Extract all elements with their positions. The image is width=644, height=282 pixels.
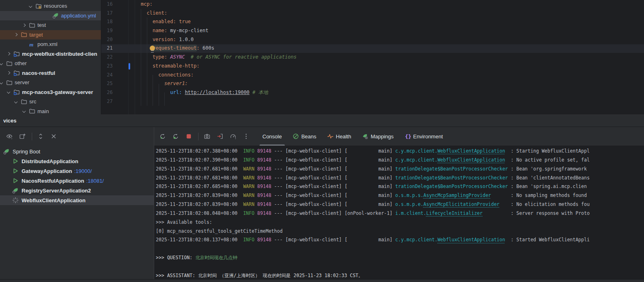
chevron-down-icon[interactable] (14, 100, 17, 103)
code-text: enabled: true (141, 17, 644, 26)
svg-text:m: m (29, 41, 33, 47)
tree-item-other[interactable]: other (0, 59, 101, 68)
service-registryserverapplication2[interactable]: RegistryServerApplication2 (0, 186, 154, 195)
log-line-7: 2025-11-23T18:02:07.839+08:00 WARN 89148… (156, 200, 644, 209)
code-text: url: http://localhost:19000 # 本地 (141, 88, 644, 97)
tree-item-label: test (37, 22, 46, 28)
project-tree-panel[interactable]: resourcesapplication.ymltesttargetmpom.x… (0, 0, 101, 114)
line-number: 20 (101, 35, 141, 44)
services-tool-window-header[interactable]: vices (0, 114, 644, 127)
chevron-down-icon[interactable] (22, 109, 26, 113)
tab-label: Environment (413, 133, 443, 140)
intention-bulb-icon[interactable] (150, 46, 155, 51)
log-line-11: 2025-11-23T18:02:08.137+08:00 INFO 89148… (156, 236, 644, 245)
service-gatewayapplication[interactable]: GatewayApplication:19000/ (0, 166, 154, 176)
chevron-right-icon[interactable] (14, 33, 17, 36)
service-label: WebfluxClientApplication (22, 197, 85, 203)
play-icon (12, 177, 19, 184)
code-text: request-timeout: 600s (141, 44, 644, 53)
expand-icon (37, 133, 44, 140)
chevron-right-icon[interactable] (22, 24, 26, 27)
run-actions (158, 132, 255, 141)
health-icon (327, 133, 334, 140)
tab-label: Console (262, 133, 282, 140)
chevron-down-icon[interactable] (0, 62, 3, 65)
tree-item-nacos-restful[interactable]: nacos-restful (0, 68, 101, 78)
log-line-5: 2025-11-23T18:02:07.685+08:00 WARN 89148… (156, 182, 644, 191)
no-chevron (23, 43, 25, 46)
tree-item-test[interactable]: test (0, 20, 101, 30)
collapse-button[interactable] (49, 132, 58, 141)
log-line-1: 2025-11-23T18:02:07.388+08:00 INFO 89148… (156, 147, 644, 156)
tree-item-application-yml[interactable]: application.yml (0, 11, 101, 21)
tree-item-main[interactable]: main (0, 107, 101, 115)
folder-icon (29, 22, 35, 28)
services-tree[interactable]: Spring BootDistributedApplicationGateway… (0, 146, 154, 205)
tab-console[interactable]: Console (257, 127, 287, 146)
line-number: 27 (101, 97, 141, 106)
service-port-link[interactable]: :19000/ (74, 168, 92, 174)
folder-icon (21, 98, 27, 105)
tree-item-pom-xml[interactable]: mpom.xml (0, 39, 101, 49)
tree-item-src[interactable]: src (0, 97, 101, 107)
new-tab-button[interactable] (18, 132, 27, 141)
code-text: type: ASYNC # or ASYNC for reactive appl… (141, 53, 644, 62)
line-number: 23 (101, 62, 141, 71)
stop-icon (186, 133, 192, 140)
tree-item-label: pom.xml (37, 41, 57, 47)
eye-button[interactable] (5, 132, 14, 141)
line-number: 22 (101, 53, 141, 62)
code-text: name: my-mcp-client (141, 26, 644, 35)
console-log[interactable]: 2025-11-23T18:02:07.388+08:00 INFO 89148… (154, 146, 644, 279)
play-icon (12, 168, 19, 174)
exit-button[interactable] (216, 132, 225, 141)
svg-text:{}: {} (405, 133, 411, 140)
rerun-button[interactable] (158, 132, 167, 141)
stop-button[interactable] (184, 132, 193, 141)
chevron-right-icon[interactable] (7, 71, 10, 74)
chevron-down-icon[interactable] (7, 90, 10, 94)
tree-item-server[interactable]: server (0, 78, 101, 87)
code-text: mcp: (141, 0, 644, 9)
expand-button[interactable] (36, 132, 45, 141)
service-port-link[interactable]: :18081/ (86, 178, 104, 184)
tab-label: Beans (301, 133, 317, 140)
new-tab-icon (19, 133, 26, 140)
toolbar-separator (32, 133, 32, 140)
tree-item-mcp-nacos3-gateway-server[interactable]: mcp-nacos3-gateway-server (0, 87, 101, 97)
more-button[interactable] (242, 132, 251, 141)
tree-item-label: target (29, 32, 43, 38)
tab-environment[interactable]: {}Environment (399, 127, 448, 146)
tab-health[interactable]: Health (322, 127, 357, 146)
collapse-icon (50, 133, 57, 140)
tree-item-label: src (29, 98, 36, 105)
code-text: version: 1.0.0 (141, 35, 644, 44)
tab-mappings[interactable]: Mappings (356, 127, 399, 146)
service-distributedapplication[interactable]: DistributedApplication (0, 156, 154, 166)
code-text: streamable-http: (141, 62, 644, 71)
maven-icon: m (29, 41, 35, 48)
folder-orange-icon (21, 31, 27, 38)
service-label: Spring Boot (13, 149, 40, 155)
rerun-debug-button[interactable] (171, 132, 180, 141)
tree-item-resources[interactable]: resources (0, 1, 101, 11)
tree-item-target[interactable]: target (0, 30, 101, 40)
service-label: GatewayApplication (22, 168, 72, 174)
chevron-down-icon[interactable] (0, 81, 3, 84)
services-panel: Spring BootDistributedApplicationGateway… (0, 127, 154, 279)
service-nacosrestfulapplication[interactable]: NacosRestfulApplication:18081/ (0, 176, 154, 186)
tree-item-label: application.yml (61, 13, 96, 19)
chevron-down-icon[interactable] (29, 4, 32, 8)
editor-panel[interactable]: 16mcp:17 client:18 enabled: true19 name:… (101, 0, 644, 114)
line-number: 18 (101, 17, 141, 26)
tree-item-mcp-webflux-distributed-clien[interactable]: mcp-webflux-distributed-clien (0, 49, 101, 59)
camera-button[interactable] (203, 132, 212, 141)
service-webfluxclientapplication[interactable]: WebfluxClientApplication (0, 195, 154, 205)
tab-beans[interactable]: Beans (287, 127, 322, 146)
service-spring-boot[interactable]: Spring Boot (0, 146, 154, 156)
chevron-right-icon[interactable] (7, 52, 10, 55)
editor-line-20: 20 version: 1.0.0 (101, 35, 644, 44)
gauge-button[interactable] (229, 132, 238, 141)
editor-line-23: 23 streamable-http: (101, 62, 644, 71)
spring-boot-icon (12, 187, 19, 194)
